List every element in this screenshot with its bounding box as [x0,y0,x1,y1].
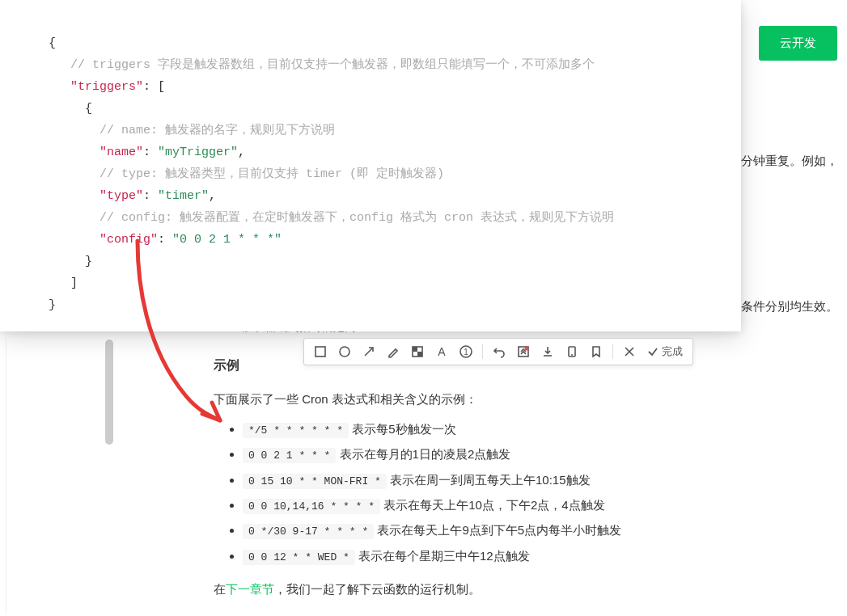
mosaic-icon[interactable] [406,342,429,361]
text-icon[interactable]: A [430,342,453,361]
code-val-config: "0 0 2 1 * * *" [172,233,282,247]
svg-point-1 [340,347,349,357]
device-icon[interactable] [561,342,583,361]
list-item: */5 * * * * * * 表示每5秒触发一次 [243,418,828,440]
code-key-type: "type" [100,189,143,203]
cron-expr: 0 0 2 1 * * * [243,448,336,463]
bookmark-icon[interactable] [585,342,608,361]
cron-expr: 0 15 10 * * MON-FRI * [243,474,387,489]
circle-icon[interactable] [333,342,356,361]
code-val-type: "timer" [158,189,209,203]
code-comment-type: // type: 触发器类型，目前仅支持 timer (即 定时触发器) [100,167,444,181]
rect-icon[interactable] [309,342,332,361]
code-comment-triggers: // triggers 字段是触发器数组，目前仅支持一个触发器，即数组只能填写一… [70,58,595,72]
doc-text-partial-1: 分钟重复。例如， [741,154,838,169]
list-item: 0 15 10 * * MON-FRI * 表示在周一到周五每天上午10:15触… [243,469,828,491]
cron-expr: 0 */30 9-17 * * * * [243,524,374,539]
separator [482,344,483,359]
cron-expr: 0 0 10,14,16 * * * * [243,499,380,514]
code-key-config: "config" [100,233,158,247]
doc-text-partial-2: 条件分别均生效。 [741,299,838,314]
code-comment-name: // name: 触发器的名字，规则见下方说明 [100,124,335,137]
code-comment-config: // config: 触发器配置，在定时触发器下，config 格式为 cron… [100,211,614,225]
list-item: 0 0 10,14,16 * * * * 表示在每天上午10点，下午2点，4点触… [243,494,828,516]
close-icon[interactable] [618,342,641,361]
undo-icon[interactable] [488,342,510,361]
svg-rect-5 [417,352,422,357]
examples-section: 示例 下面展示了一些 Cron 表达式和相关含义的示例： */5 * * * *… [214,354,828,608]
examples-intro: 下面展示了一些 Cron 表达式和相关含义的示例： [214,388,828,410]
done-button[interactable]: 完成 [642,344,688,359]
number-icon[interactable]: 1 [455,342,477,361]
list-item: 0 */30 9-17 * * * * 表示在每天上午9点到下午5点内每半小时触… [243,519,828,541]
list-item: 0 0 2 1 * * * 表示在每月的1日的凌晨2点触发 [243,443,828,465]
arrow-icon[interactable] [358,342,380,361]
examples-list: */5 * * * * * * 表示每5秒触发一次 0 0 2 1 * * * … [214,418,828,567]
annotation-toolbar: A 1 完成 [303,338,693,365]
list-item: 0 0 12 * * WED * 表示在每个星期三中午12点触发 [243,545,828,567]
examples-outro: 在下一章节，我们一起了解下云函数的运行机制。 [214,578,828,600]
cloud-dev-button[interactable]: 云开发 [759,26,837,61]
download-icon[interactable] [536,342,559,361]
code-brace-close: } [49,298,56,312]
pencil-icon[interactable] [382,342,404,361]
svg-rect-4 [413,347,417,352]
code-val-name: "myTrigger" [158,146,238,159]
svg-line-2 [365,348,373,356]
next-chapter-link[interactable]: 下一章节 [226,582,274,596]
code-key-name: "name" [100,146,143,159]
done-label: 完成 [662,344,683,359]
svg-text:1: 1 [464,348,468,357]
code-brace-open: { [49,36,56,50]
scrollbar-thumb[interactable] [105,340,113,445]
left-edge [0,338,6,613]
cron-expr: */5 * * * * * * [243,423,349,438]
svg-point-9 [525,347,529,351]
cron-expr: 0 0 12 * * WED * [243,550,355,565]
svg-rect-0 [316,347,325,357]
separator [612,344,613,359]
pin-icon[interactable] [512,342,535,361]
code-key-triggers: "triggers" [70,80,143,94]
code-block: { // triggers 字段是触发器数组，目前仅支持一个触发器，即数组只能填… [0,0,741,331]
